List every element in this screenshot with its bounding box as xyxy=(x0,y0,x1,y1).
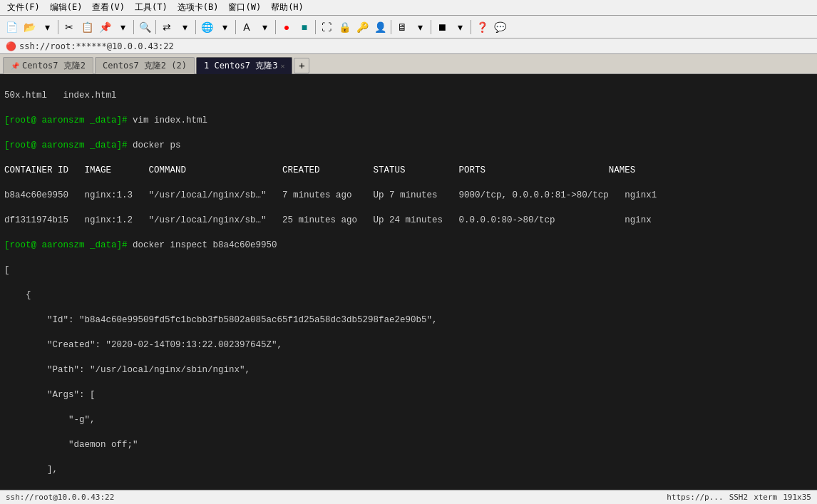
statusbar-size: 191x35 xyxy=(783,493,811,502)
ssh-icon: 🔴 xyxy=(6,41,16,51)
tab-inactive2[interactable]: Centos7 克隆2 (2) xyxy=(95,57,195,74)
menu-tools[interactable]: 工具(T) xyxy=(130,0,172,15)
statusbar: ssh://root@10.0.0.43:22 https://p... SSH… xyxy=(0,490,817,504)
cut-button[interactable]: ✂ xyxy=(61,19,78,36)
menu-help[interactable]: 帮助(H) xyxy=(267,0,308,15)
menu-window[interactable]: 窗口(W) xyxy=(224,0,265,15)
term-created-line: "Created": "2020-02-14T09:13:22.00239764… xyxy=(4,340,282,350)
sep1 xyxy=(58,20,58,34)
term-args-close: ], xyxy=(4,465,58,475)
tab-label-active: 1 Centos7 克隆3 xyxy=(204,60,277,72)
tab-inactive1[interactable]: 📌 Centos7 克隆2 xyxy=(3,57,93,74)
font-button[interactable]: A xyxy=(238,19,255,36)
paste-dropdown[interactable]: ▾ xyxy=(114,19,131,36)
lock-button[interactable]: 🔒 xyxy=(336,19,353,36)
term-prompt-2: [root@ aaronszm _data]# xyxy=(4,115,128,125)
profile-button[interactable]: 👤 xyxy=(371,19,389,36)
sep7 xyxy=(315,20,316,34)
sep10 xyxy=(471,20,471,34)
paste-button[interactable]: 📌 xyxy=(96,19,113,36)
fullscreen-button[interactable]: ⛶ xyxy=(318,19,335,36)
key-button[interactable]: 🔑 xyxy=(354,19,371,36)
terminal[interactable]: 50x.html index.html [root@ aaronszm _dat… xyxy=(0,74,817,490)
monitor-button[interactable]: 🖥 xyxy=(394,19,411,36)
statusbar-right: https://p... SSH2 xterm 191x35 xyxy=(667,493,811,502)
statusbar-ssh: SSH2 xyxy=(729,493,749,502)
tab-label1: Centos7 克隆2 xyxy=(22,60,86,72)
copy-button[interactable]: 📋 xyxy=(78,19,96,36)
stop-dropdown[interactable]: ▾ xyxy=(451,19,468,36)
transfer-button[interactable]: ⇄ xyxy=(158,19,175,36)
sep4 xyxy=(195,20,196,34)
open-button[interactable]: 📂 xyxy=(21,19,38,36)
globe-dropdown[interactable]: ▾ xyxy=(216,19,233,36)
term-line-1: 50x.html index.html xyxy=(4,91,117,101)
chat-button[interactable]: 💬 xyxy=(491,19,508,36)
sep8 xyxy=(391,20,391,34)
term-header: CONTAINER ID IMAGE COMMAND CREATED STATU… xyxy=(4,165,635,175)
term-obj-open: { xyxy=(4,290,31,300)
term-id-line: "Id": "b8a4c60e99509fd5fc1bcbb3fb5802a08… xyxy=(4,315,438,325)
pin-icon1: 📌 xyxy=(11,62,19,70)
statusbar-app: xterm xyxy=(754,493,777,502)
globe-button[interactable]: 🌐 xyxy=(198,19,215,36)
sep9 xyxy=(431,20,431,34)
term-state-open: "State": { xyxy=(4,490,101,490)
tabs-bar: 📌 Centos7 克隆2 Centos7 克隆2 (2) 1 Centos7 … xyxy=(0,54,817,74)
term-bracket1: [ xyxy=(4,265,10,275)
menu-file[interactable]: 文件(F) xyxy=(3,0,44,15)
tab-active[interactable]: 1 Centos7 克隆3 ✕ xyxy=(196,57,293,74)
term-prompt-3: [root@ aaronszm _data]# xyxy=(4,140,128,150)
menubar: 文件(F) 编辑(E) 查看(V) 工具(T) 选项卡(B) 窗口(W) 帮助(… xyxy=(0,0,817,16)
menu-tabs[interactable]: 选项卡(B) xyxy=(173,0,223,15)
term-row2: df1311974b15 nginx:1.2 "/usr/local/nginx… xyxy=(4,215,652,225)
red-dot1[interactable]: ● xyxy=(278,19,295,36)
term-cmd-2: vim index.html xyxy=(128,115,208,125)
stop-button[interactable]: ⏹ xyxy=(433,19,451,36)
term-args-line: "Args": [ xyxy=(4,390,96,400)
term-row1: b8a4c60e9950 nginx:1.3 "/usr/local/nginx… xyxy=(4,190,657,200)
term-arg2: "daemon off;" xyxy=(4,440,138,450)
toolbar: 📄 📂 ▾ ✂ 📋 📌 ▾ 🔍 ⇄ ▾ 🌐 ▾ A ▾ ● ■ ⛶ 🔒 🔑 👤 … xyxy=(0,16,817,38)
teal-button[interactable]: ■ xyxy=(296,19,313,36)
address-text: ssh://root:******@10.0.0.43:22 xyxy=(19,41,174,51)
tab-add-button[interactable]: + xyxy=(294,58,309,73)
statusbar-address: ssh://root@10.0.0.43:22 xyxy=(6,493,114,502)
tab-label2: Centos7 克隆2 (2) xyxy=(103,60,187,72)
term-prompt-4: [root@ aaronszm _data]# xyxy=(4,240,128,250)
sep3 xyxy=(155,20,156,34)
tab-close-icon[interactable]: ✕ xyxy=(280,62,284,70)
sep2 xyxy=(133,20,134,34)
monitor-dropdown[interactable]: ▾ xyxy=(411,19,428,36)
statusbar-https: https://p... xyxy=(667,493,723,502)
addressbar: 🔴 ssh://root:******@10.0.0.43:22 xyxy=(0,38,817,54)
sep6 xyxy=(275,20,276,34)
new-button[interactable]: 📄 xyxy=(3,19,20,36)
menu-edit[interactable]: 编辑(E) xyxy=(46,0,87,15)
help-button[interactable]: ❓ xyxy=(473,19,490,36)
search-button[interactable]: 🔍 xyxy=(136,19,153,36)
font-dropdown[interactable]: ▾ xyxy=(256,19,273,36)
term-path-line: "Path": "/usr/local/nginx/sbin/nginx", xyxy=(4,365,250,375)
term-arg1: "-g", xyxy=(4,415,96,425)
dropdown-btn[interactable]: ▾ xyxy=(38,19,56,36)
term-cmd-4: docker inspect b8a4c60e9950 xyxy=(128,240,277,250)
term-cmd-3: docker ps xyxy=(128,140,181,150)
transfer-dropdown[interactable]: ▾ xyxy=(176,19,193,36)
sep5 xyxy=(235,20,236,34)
menu-view[interactable]: 查看(V) xyxy=(88,0,129,15)
